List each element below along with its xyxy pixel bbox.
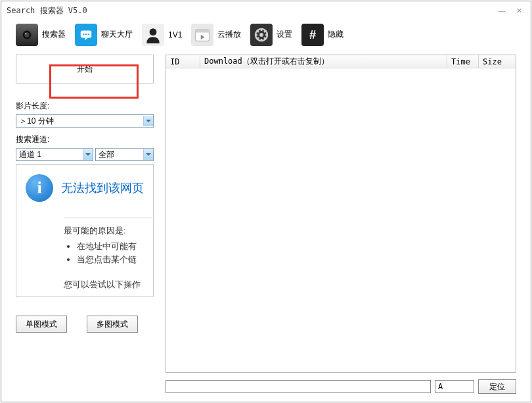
toolbar-settings-label: 设置 [277,29,292,40]
gear-icon [250,24,273,46]
toolbar-hide-label: 隐藏 [328,29,344,40]
th-download[interactable]: Download（双击打开或右击复制） [200,55,447,68]
length-select[interactable]: ＞10 分钟 [16,114,154,128]
multi-image-mode-button[interactable]: 多图模式 [87,316,138,333]
main-toolbar: 搜索器 聊天大厅 1V1 云播放 设置 [1,20,531,49]
length-select-value: ＞10 分钟 [19,116,54,127]
single-image-mode-button[interactable]: 单图模式 [16,316,67,333]
toolbar-search[interactable]: 搜索器 [16,22,75,47]
toolbar-cloud-label: 云播放 [217,29,241,40]
svg-rect-9 [196,29,210,32]
svg-point-7 [150,28,157,36]
chevron-down-icon [83,149,93,160]
channel-select-value: 通道 1 [19,149,41,160]
close-button[interactable]: ✕ [512,5,525,16]
length-label: 影片长度: [16,101,154,112]
person-icon [142,24,164,46]
toolbar-search-label: 搜索器 [42,29,66,40]
toolbar-1v1-label: 1V1 [168,30,182,39]
results-table[interactable]: ID Download（双击打开或右击复制） Time Size [166,55,516,373]
locate-button[interactable]: 定位 [478,379,516,394]
toolbar-cloud[interactable]: 云播放 [191,22,250,47]
th-id[interactable]: ID [166,55,200,68]
info-bullet: 在地址中可能有 [77,241,153,252]
info-try-text: 您可以尝试以下操作 [64,279,153,291]
info-reason-heading: 最可能的原因是: [64,225,153,237]
svg-text:#: # [309,28,316,41]
channel-all-select[interactable]: 全部 [95,148,154,161]
toolbar-chat-label: 聊天大厅 [101,29,133,40]
th-size[interactable]: Size [479,55,516,68]
minimize-button[interactable]: — [495,5,508,16]
channel-select[interactable]: 通道 1 [16,148,93,161]
svg-point-2 [25,32,26,34]
svg-point-4 [83,33,84,34]
toolbar-1v1[interactable]: 1V1 [142,22,191,47]
toolbar-settings[interactable]: 设置 [250,22,301,47]
svg-point-6 [87,33,89,34]
info-bullet: 当您点击某个链 [77,254,153,266]
info-title: 无法找到该网页 [61,180,144,196]
start-button[interactable]: 开始 [16,55,154,83]
window-title: Search 搜索器 V5.0 [7,5,495,16]
cloud-icon [191,24,213,46]
table-header: ID Download（双击打开或右击复制） Time Size [166,55,516,68]
toolbar-hide[interactable]: # 隐藏 [301,22,353,47]
channel-all-value: 全部 [99,149,114,160]
hash-icon: # [301,24,324,46]
camera-icon [16,24,38,46]
single-mode-label: 单图模式 [26,319,57,330]
toolbar-chat[interactable]: 聊天大厅 [75,22,142,47]
svg-point-20 [259,33,263,37]
info-reason-list: 在地址中可能有 当您点击某个链 [77,241,153,266]
search-input[interactable] [166,380,431,393]
info-icon: i [26,174,53,202]
letter-input-value: A [438,382,443,391]
chevron-down-icon [143,116,153,126]
channel-label: 搜索通道: [16,134,154,145]
chevron-down-icon [143,149,153,160]
svg-point-5 [85,33,87,34]
th-time[interactable]: Time [447,55,479,68]
info-panel: i 无法找到该网页 最可能的原因是: 在地址中可能有 当您点击某个链 您可以尝试… [16,164,154,297]
chat-icon [75,24,97,46]
multi-mode-label: 多图模式 [97,319,128,330]
titlebar: Search 搜索器 V5.0 — ✕ [1,1,531,20]
locate-button-label: 定位 [489,381,505,392]
letter-input[interactable]: A [435,380,474,393]
start-button-label: 开始 [77,64,93,75]
